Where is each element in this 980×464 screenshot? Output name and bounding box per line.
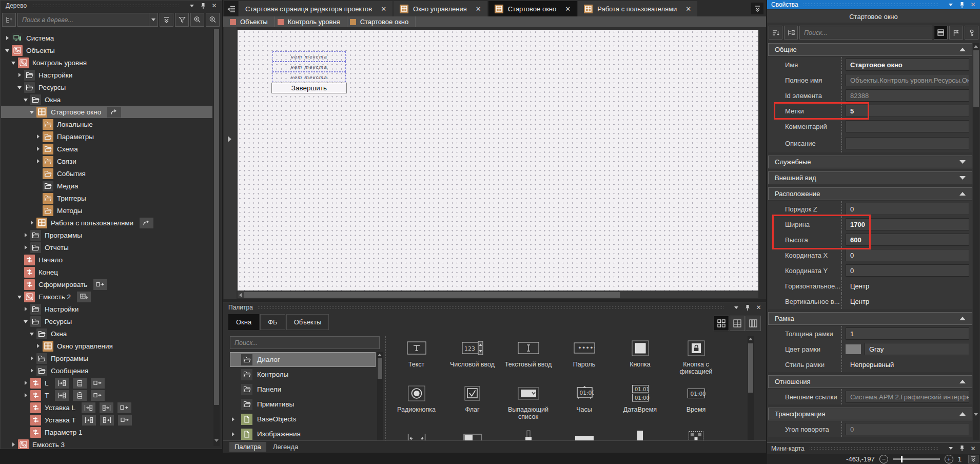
property-value-box[interactable]: Стартовое окно: [846, 59, 969, 71]
properties-search-input[interactable]: [799, 26, 932, 40]
zoom-slider[interactable]: [893, 458, 940, 460]
property-section-header[interactable]: Отношения: [768, 375, 972, 388]
expand-panel-icon[interactable]: [228, 136, 231, 142]
scroll-up-icon[interactable]: [378, 354, 382, 356]
property-value[interactable]: 1: [841, 326, 972, 341]
property-value-box[interactable]: Gray: [865, 343, 969, 355]
input-icon[interactable]: [82, 415, 96, 426]
property-value[interactable]: 1700: [841, 217, 972, 232]
expander-right-icon[interactable]: [10, 441, 17, 448]
property-value-box[interactable]: 5: [846, 105, 969, 117]
tree-item[interactable]: Медиа: [1, 180, 212, 192]
drag-handle[interactable]: [803, 3, 938, 7]
property-value[interactable]: Gray: [841, 341, 972, 357]
jump-icon[interactable]: [140, 218, 153, 228]
collapse-tree-button[interactable]: [2, 13, 16, 27]
tree-item[interactable]: Параметры: [1, 130, 212, 143]
tree-scrollbar[interactable]: [213, 29, 220, 446]
expander-right-icon[interactable]: [23, 392, 30, 399]
palette-item[interactable]: Радиокнопка: [388, 379, 444, 424]
palette-item[interactable]: Текстовый ввод: [500, 334, 556, 379]
expander-right-icon[interactable]: [232, 417, 234, 421]
scroll-down-icon[interactable]: [214, 439, 219, 442]
property-value-box[interactable]: 0: [846, 203, 969, 215]
palette-search-input[interactable]: [230, 336, 380, 349]
collapse-icon[interactable]: [959, 48, 966, 51]
palette-category[interactable]: BaseObjects: [230, 412, 376, 427]
input-icon[interactable]: [82, 402, 95, 413]
tree-item[interactable]: Емкость 2: [1, 291, 212, 303]
search-dropdown-icon[interactable]: [149, 13, 158, 27]
property-value[interactable]: Стартовое окно: [841, 57, 972, 72]
collapse-icon[interactable]: [959, 192, 966, 196]
palette-item[interactable]: 01:00Время: [668, 379, 724, 424]
palette-item[interactable]: [444, 424, 500, 441]
palette-list-scrollbar[interactable]: [377, 352, 383, 441]
expander-right-icon[interactable]: [23, 231, 30, 239]
expander-down-icon[interactable]: [23, 318, 30, 325]
close-icon[interactable]: ✕: [381, 5, 386, 13]
expander-right-icon[interactable]: [29, 367, 36, 374]
tree-item[interactable]: T: [1, 389, 212, 401]
editor-tab[interactable]: Стартовое окно✕: [488, 1, 577, 16]
scroll-up-icon[interactable]: [749, 338, 753, 340]
panel-collapse-strip[interactable]: [224, 27, 237, 299]
search-next-icon[interactable]: [206, 13, 220, 27]
search-previous-icon[interactable]: [190, 13, 204, 27]
close-icon[interactable]: ✕: [685, 5, 691, 13]
export-icon[interactable]: [91, 390, 105, 401]
property-value-box[interactable]: Система.АРМ 2.Графический интерфейс.Ц: [846, 391, 969, 403]
tree-search-input[interactable]: [17, 13, 149, 27]
palette-item[interactable]: Выпадающий список: [500, 379, 556, 424]
expander-down-icon[interactable]: [29, 330, 36, 337]
palette-item[interactable]: [612, 424, 668, 441]
property-value[interactable]: [841, 134, 972, 152]
tree-item[interactable]: Стартовое окно: [1, 106, 212, 118]
property-value-box[interactable]: 600: [846, 234, 969, 246]
palette-category[interactable]: Диалог: [230, 352, 376, 367]
expander-down-icon[interactable]: [16, 84, 24, 91]
view-grid-icon[interactable]: [714, 316, 729, 331]
expand-icon[interactable]: [959, 160, 966, 164]
tree-item[interactable]: Окна: [1, 93, 212, 106]
property-section-header[interactable]: Рамка: [768, 312, 972, 325]
property-value-box[interactable]: 1: [846, 327, 969, 340]
export-icon[interactable]: [91, 378, 105, 389]
property-value-box[interactable]: Объекты.Контроль уровня.Ресурсы.Окна.С: [846, 74, 969, 86]
property-value[interactable]: Система.АРМ 2.Графический интерфейс.Ц: [841, 389, 972, 404]
property-section-header[interactable]: Внешний вид: [768, 171, 972, 184]
tab-list-icon[interactable]: [224, 1, 238, 16]
pin-icon[interactable]: [957, 444, 966, 452]
expander-down-icon[interactable]: [10, 59, 17, 66]
tree-item[interactable]: Параметр 1: [1, 426, 212, 438]
property-section-header[interactable]: Служебные: [768, 156, 972, 168]
filter-icon[interactable]: [175, 13, 189, 27]
zoom-out-icon[interactable]: −: [879, 455, 888, 463]
palette-category[interactable]: Изображения: [230, 427, 376, 441]
expander-down-icon[interactable]: [23, 96, 30, 103]
pin-icon[interactable]: [957, 1, 966, 9]
tree-item[interactable]: Начало: [1, 254, 212, 266]
close-icon[interactable]: ✕: [754, 304, 763, 312]
property-value[interactable]: 0: [841, 263, 972, 278]
tree-item[interactable]: Сообщения: [1, 364, 212, 377]
expander-right-icon[interactable]: [16, 71, 24, 79]
tree-item[interactable]: Локальные: [1, 118, 212, 130]
tree-item[interactable]: Схема: [1, 143, 212, 155]
text-placeholder[interactable]: нет текста: [272, 51, 346, 62]
view-columns-icon[interactable]: [746, 316, 761, 331]
palette-item[interactable]: •••••Пароль: [556, 334, 612, 379]
sort-icon[interactable]: [769, 26, 782, 40]
palette-grid-scrollbar[interactable]: [748, 336, 754, 440]
zoom-slider-thumb[interactable]: [901, 456, 903, 462]
palette-category[interactable]: Панели: [230, 382, 376, 397]
battery-icon[interactable]: [73, 378, 87, 389]
tab-overflow-icon[interactable]: [751, 3, 763, 14]
property-value[interactable]: [841, 119, 972, 134]
expander-right-icon[interactable]: [35, 145, 42, 152]
property-value-box[interactable]: [846, 120, 969, 132]
tree-item[interactable]: Связи: [1, 155, 212, 167]
tree-item[interactable]: Сформировать: [1, 278, 212, 291]
tree-item[interactable]: Ресурсы: [1, 315, 212, 327]
chevron-down-icon[interactable]: [732, 304, 740, 312]
